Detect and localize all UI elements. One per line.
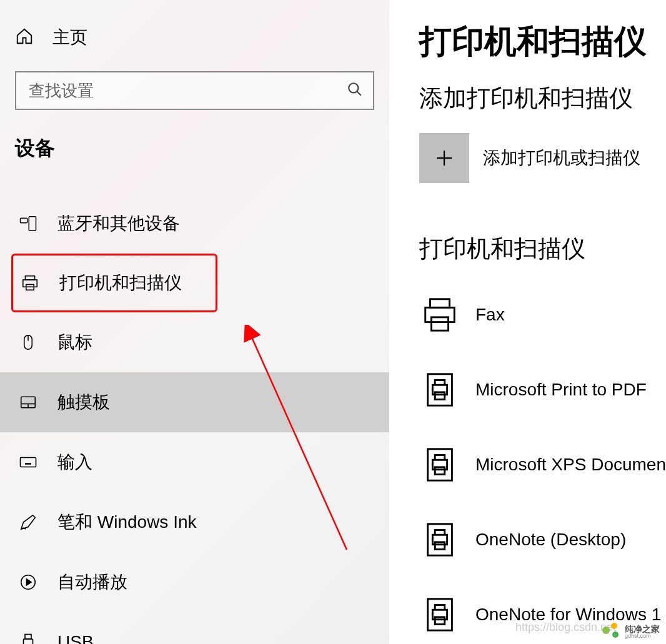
sidebar-item-label: 打印机和扫描仪 xyxy=(59,271,182,295)
printer-icon xyxy=(19,274,41,292)
sidebar-item-mouse[interactable]: 鼠标 xyxy=(0,312,389,372)
autoplay-icon xyxy=(17,573,39,592)
sidebar-item-label: USB xyxy=(57,632,94,644)
svg-marker-20 xyxy=(27,579,32,585)
sidebar-item-label: 输入 xyxy=(57,450,92,474)
sidebar-item-label: 蓝牙和其他设备 xyxy=(57,212,180,235)
sidebar-item-label: 鼠标 xyxy=(57,330,92,354)
touchpad-icon xyxy=(17,393,39,412)
svg-rect-13 xyxy=(21,458,36,467)
svg-rect-39 xyxy=(428,599,452,630)
add-printer-button[interactable]: 添加打印机或扫描仪 xyxy=(389,133,666,183)
sidebar-item-label: 笔和 Windows Ink xyxy=(57,510,197,534)
printer-item-pdf[interactable]: Microsoft Print to PDF xyxy=(389,352,666,427)
doc-printer-icon xyxy=(419,520,460,559)
page-title: 打印机和扫描仪 xyxy=(389,12,666,82)
doc-printer-icon xyxy=(419,445,460,484)
keyboard-icon xyxy=(17,453,39,472)
printer-item-onenote-desktop[interactable]: OneNote (Desktop) xyxy=(389,502,666,577)
watermark-logo: 纯净之家 gdhst.com xyxy=(602,623,660,640)
plus-icon xyxy=(419,133,469,183)
svg-rect-30 xyxy=(428,374,452,405)
watermark-blog: https://blog.csdn.net xyxy=(515,621,616,634)
svg-rect-35 xyxy=(435,467,445,475)
logo-icon xyxy=(602,623,621,640)
sidebar-item-pen[interactable]: 笔和 Windows Ink xyxy=(0,492,389,552)
svg-rect-41 xyxy=(435,617,445,625)
sidebar: 主页 设备 蓝牙和其他设备 打印机和扫描仪 xyxy=(0,0,389,644)
printer-item-label: Microsoft XPS Documen xyxy=(475,455,666,475)
fax-printer-icon xyxy=(419,295,460,334)
sidebar-item-autoplay[interactable]: 自动播放 xyxy=(0,552,389,612)
add-printer-label: 添加打印机或扫描仪 xyxy=(483,146,640,170)
doc-printer-icon xyxy=(419,370,460,409)
home-icon xyxy=(15,27,34,48)
sidebar-item-label: 触摸板 xyxy=(57,390,110,414)
home-link[interactable]: 主页 xyxy=(0,19,389,56)
svg-rect-38 xyxy=(435,542,445,550)
svg-rect-21 xyxy=(25,635,31,640)
printer-item-label: OneNote (Desktop) xyxy=(475,530,626,550)
svg-rect-22 xyxy=(24,639,33,644)
svg-rect-3 xyxy=(29,217,36,231)
printer-item-fax[interactable]: Fax xyxy=(389,277,666,352)
sidebar-item-touchpad[interactable]: 触摸板 xyxy=(0,372,389,432)
svg-rect-27 xyxy=(430,299,450,308)
search-box[interactable] xyxy=(15,71,374,110)
pen-icon xyxy=(17,513,39,532)
main-content: 打印机和扫描仪 添加打印机和扫描仪 添加打印机或扫描仪 打印机和扫描仪 Fax … xyxy=(389,0,666,644)
svg-rect-36 xyxy=(428,524,452,555)
svg-rect-33 xyxy=(428,449,452,480)
sidebar-item-typing[interactable]: 输入 xyxy=(0,432,389,492)
mouse-icon xyxy=(17,333,39,352)
doc-printer-icon xyxy=(419,595,460,634)
svg-rect-29 xyxy=(431,317,448,330)
printers-section-title: 打印机和扫描仪 xyxy=(389,220,666,277)
printer-item-label: Fax xyxy=(475,305,505,325)
svg-rect-6 xyxy=(23,280,37,287)
logo-text-en: gdhst.com xyxy=(625,633,660,639)
sidebar-item-usb[interactable]: USB xyxy=(0,612,389,644)
search-icon xyxy=(347,81,363,100)
sidebar-item-label: 自动播放 xyxy=(57,570,127,594)
usb-icon xyxy=(17,633,39,644)
bluetooth-devices-icon xyxy=(17,214,39,233)
svg-line-1 xyxy=(357,91,361,96)
svg-point-0 xyxy=(349,83,358,92)
svg-rect-32 xyxy=(435,392,445,400)
search-input[interactable] xyxy=(15,71,374,110)
sidebar-item-bluetooth[interactable]: 蓝牙和其他设备 xyxy=(0,194,389,254)
printer-item-label: Microsoft Print to PDF xyxy=(475,380,647,400)
printer-item-xps[interactable]: Microsoft XPS Documen xyxy=(389,427,666,502)
home-label: 主页 xyxy=(52,26,87,49)
sidebar-nav: 蓝牙和其他设备 打印机和扫描仪 鼠标 触摸板 xyxy=(0,194,389,644)
svg-rect-2 xyxy=(21,218,27,223)
logo-text-cn: 纯净之家 xyxy=(625,625,660,633)
svg-rect-28 xyxy=(425,307,455,322)
sidebar-section-label: 设备 xyxy=(0,110,389,175)
add-section-title: 添加打印机和扫描仪 xyxy=(389,82,666,133)
sidebar-item-printers[interactable]: 打印机和扫描仪 xyxy=(11,254,217,312)
svg-rect-5 xyxy=(26,276,35,280)
